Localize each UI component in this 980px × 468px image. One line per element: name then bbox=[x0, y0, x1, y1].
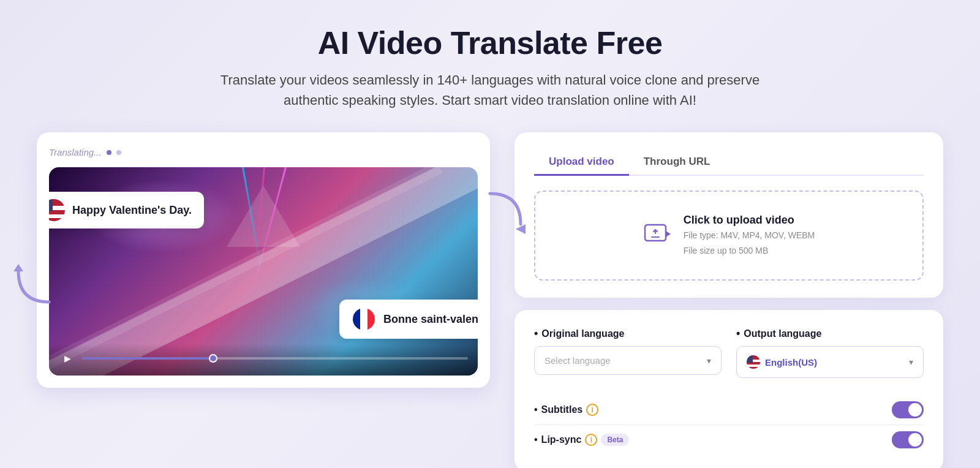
lipsync-info-icon[interactable]: i bbox=[585, 434, 597, 446]
original-language-label: Original language bbox=[534, 327, 722, 340]
flag-fr-icon bbox=[353, 308, 375, 330]
video-panel: Translating... bbox=[37, 132, 490, 388]
upload-area[interactable]: Click to upload video File type: M4V, MP… bbox=[534, 191, 924, 281]
subtitles-info-icon[interactable]: i bbox=[586, 404, 598, 416]
flag-en-us-icon bbox=[747, 355, 760, 369]
upload-card: Upload video Through URL bbox=[514, 132, 943, 298]
chevron-down-icon-2: ▾ bbox=[909, 357, 913, 367]
subtitles-toggle[interactable] bbox=[892, 401, 924, 418]
upload-video-icon bbox=[643, 220, 671, 252]
upload-size-limit: File size up to 500 MB bbox=[684, 244, 815, 257]
svg-marker-2 bbox=[13, 264, 23, 271]
subtitle-fr-text: Bonne saint-valentin. bbox=[383, 313, 478, 326]
dot-indicator-2 bbox=[116, 150, 121, 155]
original-language-placeholder: Select language bbox=[545, 355, 611, 366]
chevron-down-icon: ▾ bbox=[707, 356, 711, 366]
lipsync-label: Lip-sync bbox=[541, 434, 582, 445]
upload-title: Click to upload video bbox=[684, 214, 815, 227]
video-controls bbox=[49, 344, 478, 376]
output-language-label: Output language bbox=[736, 327, 924, 340]
page-subtitle: Translate your videos seamlessly in 140+… bbox=[214, 70, 766, 110]
play-button[interactable] bbox=[59, 350, 76, 367]
flag-us-icon bbox=[49, 199, 65, 221]
original-language-group: Original language Select language ▾ bbox=[534, 327, 722, 378]
main-content: Translating... bbox=[37, 132, 943, 468]
tab-upload-video[interactable]: Upload video bbox=[534, 149, 629, 176]
original-language-select[interactable]: Select language ▾ bbox=[534, 346, 722, 375]
output-language-select[interactable]: English(US) ▾ bbox=[736, 346, 924, 378]
arrow-left-icon bbox=[6, 259, 61, 314]
page-header: AI Video Translate Free Translate your v… bbox=[37, 25, 943, 110]
demo-card-top: Translating... bbox=[49, 145, 478, 160]
dot-indicator-1 bbox=[107, 150, 111, 155]
page-title: AI Video Translate Free bbox=[37, 25, 943, 61]
beta-badge: Beta bbox=[601, 434, 629, 446]
video-container: Happy Valentine's Day. Bonne saint-valen… bbox=[49, 167, 478, 376]
tabs: Upload video Through URL bbox=[534, 149, 924, 176]
translating-label: Translating... bbox=[49, 147, 102, 157]
subtitle-fr: Bonne saint-valentin. bbox=[339, 300, 478, 339]
upload-file-types: File type: M4V, MP4, MOV, WEBM bbox=[684, 229, 815, 242]
tab-through-url[interactable]: Through URL bbox=[629, 149, 725, 176]
output-language-group: Output language English(US) ▾ bbox=[736, 327, 924, 378]
progress-thumb bbox=[209, 354, 217, 363]
arrow-right-icon bbox=[478, 181, 533, 236]
demo-card: Translating... bbox=[37, 132, 490, 388]
settings-card: Original language Select language ▾ Outp… bbox=[514, 310, 943, 468]
progress-fill bbox=[82, 357, 217, 360]
subtitle-en: Happy Valentine's Day. bbox=[49, 192, 204, 228]
subtitles-label: Subtitles bbox=[541, 404, 583, 415]
subtitles-row: Subtitles i bbox=[534, 395, 924, 425]
progress-track[interactable] bbox=[82, 357, 468, 360]
output-language-value: English(US) bbox=[765, 357, 817, 368]
language-row: Original language Select language ▾ Outp… bbox=[534, 327, 924, 378]
subtitle-en-text: Happy Valentine's Day. bbox=[72, 204, 192, 217]
triangle-decoration bbox=[227, 186, 300, 247]
right-panel: Upload video Through URL bbox=[514, 132, 943, 468]
lipsync-toggle[interactable] bbox=[892, 431, 924, 448]
lipsync-row: Lip-sync i Beta bbox=[534, 425, 924, 455]
